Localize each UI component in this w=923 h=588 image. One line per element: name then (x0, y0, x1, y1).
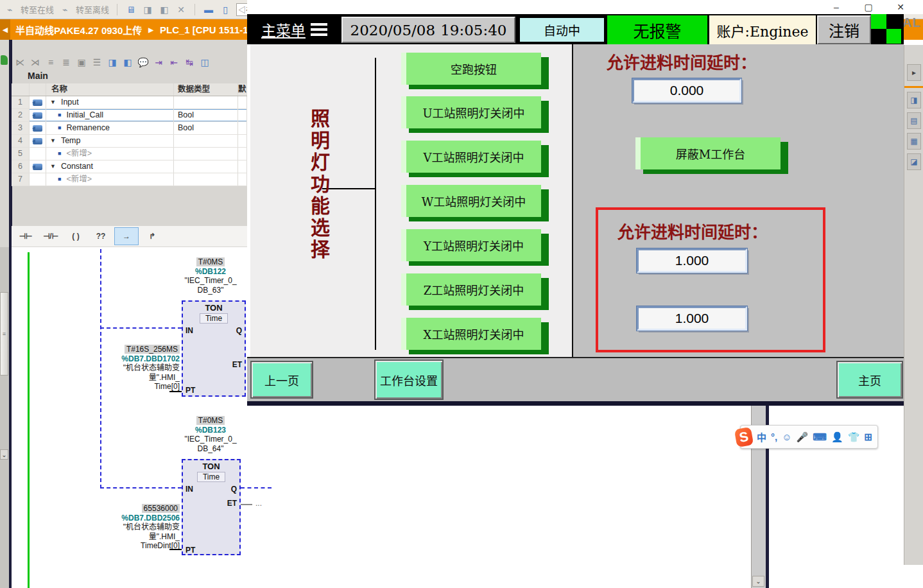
open-branches-icon[interactable]: ≡ (45, 57, 56, 67)
coil-icon[interactable]: ( ) (64, 228, 87, 245)
split-vertical-icon[interactable]: ▯ (220, 4, 231, 15)
insert-network-icon[interactable]: ⋉ (14, 57, 26, 67)
absolute-operands-icon[interactable]: ◨ (107, 57, 118, 67)
operand-symbol[interactable]: 量".HMI_ (108, 373, 180, 383)
task-card-tab[interactable]: ▦ (907, 133, 921, 150)
timer1-pt-operand[interactable]: T#16S_256MS %DB7.DBD1702 "机台状态辅助变 量".HMI… (108, 345, 180, 392)
microphone-icon[interactable]: 🎤 (797, 431, 809, 443)
no-contact-icon[interactable]: ⊣⊢ (14, 228, 37, 245)
breadcrumb-project[interactable]: 半自动线PAKE4.27 0930上传 (15, 23, 142, 37)
operand-address[interactable]: %DB7.DBD1702 (108, 354, 180, 364)
workbench-settings-button[interactable]: 工作台设置 (374, 359, 444, 400)
timer2-instance-name2[interactable]: DB_64" (172, 444, 249, 454)
account-skin-icon[interactable]: 👤 (831, 431, 843, 443)
expand-arrow-icon[interactable]: ▼ (50, 96, 56, 108)
upload-icon[interactable]: ⇤ (168, 57, 180, 67)
close-branches-icon[interactable]: ≣ (60, 57, 72, 67)
expand-arrow-icon[interactable]: ▼ (50, 160, 56, 173)
go-offline-button[interactable]: 转至离线 (76, 3, 109, 15)
block-data-type[interactable]: Time (200, 313, 228, 324)
et-more-label[interactable]: ... (255, 499, 262, 508)
delete-network-icon[interactable]: ⋊ (30, 57, 41, 67)
station-y-light-button[interactable]: Y工站照明灯关闭中 (401, 229, 550, 266)
close-branch-icon[interactable]: ↱ (141, 228, 164, 245)
block-data-type[interactable]: Time (197, 472, 225, 482)
column-header-name[interactable]: 名称 (51, 83, 67, 96)
task-card-tab[interactable]: ◪ (907, 153, 921, 170)
stop-cpu-icon[interactable]: ◧ (159, 4, 170, 15)
punctuation-icon[interactable]: °, (771, 431, 777, 442)
timer2-instance-name[interactable]: "IEC_Timer_0_ (172, 435, 249, 444)
previous-page-button[interactable]: 上一页 (250, 361, 313, 399)
minimize-button[interactable]: – (825, 0, 848, 14)
timer1-db-address[interactable]: %DB122 (172, 267, 249, 277)
splitter-grip[interactable]: ≡ (0, 292, 8, 376)
station-z-light-button[interactable]: Z工站照明灯关闭中 (401, 273, 550, 311)
mask-m-workbench-button[interactable]: 屏蔽M工作台 (635, 137, 789, 175)
close-button[interactable]: ✕ (889, 0, 912, 14)
timer2-ton-block[interactable]: TON Time IN Q ET PT (182, 459, 241, 555)
column-header-type[interactable]: 数据类型 (174, 83, 238, 96)
timer2-preset[interactable]: T#0MS (196, 416, 225, 425)
station-v-light-button[interactable]: V工站照明灯关闭中 (401, 141, 550, 178)
chinese-mode-icon[interactable]: 中 (757, 430, 766, 444)
timer2-pt-operand[interactable]: 65536000 %DB7.DBD2506 "机台状态辅助变 量".HMI_ T… (105, 504, 180, 551)
operand-value[interactable]: T#16S_256MS (125, 345, 180, 354)
feed-delay-input-2[interactable]: 1.000 (637, 306, 747, 331)
column-header-default[interactable]: 默 (238, 83, 247, 96)
account-display[interactable]: 账户:Enginee (709, 15, 816, 44)
timer1-instance-name2[interactable]: DB_63" (172, 286, 249, 295)
go-online-plug-icon[interactable]: ⌁ (4, 4, 15, 15)
sogou-logo-icon[interactable]: S (734, 426, 754, 447)
nc-contact-icon[interactable]: ⊣/⊢ (39, 228, 62, 245)
keyboard-icon[interactable]: ⌨ (813, 431, 827, 443)
operand-symbol[interactable]: Time[0] (108, 382, 180, 392)
dry-run-button[interactable]: 空跑按钮 (401, 53, 550, 90)
comments-icon[interactable]: 💬 (137, 57, 149, 67)
operand-address[interactable]: %DB7.DBD2506 (105, 514, 180, 523)
breadcrumb-back-icon[interactable]: ◀ (0, 19, 10, 40)
expand-arrow-icon[interactable]: ▼ (50, 135, 56, 147)
start-cpu-icon[interactable]: ◨ (142, 4, 153, 15)
timer2-db-address[interactable]: %DB123 (172, 426, 249, 435)
window-layout-icon[interactable]: ◫ (199, 57, 211, 67)
snapshot-icon[interactable]: ▣ (76, 57, 87, 67)
timer1-preset[interactable]: T#0MS (196, 257, 225, 266)
scroll-down-button[interactable]: ⌄ (0, 449, 8, 460)
feed-delay-input-1[interactable]: 1.000 (637, 248, 747, 273)
timer1-instance-label[interactable]: T#0MS %DB122 "IEC_Timer_0_ DB_63" (172, 257, 249, 295)
go-online-button[interactable]: 转至在线 (21, 3, 54, 15)
station-x-light-button[interactable]: X工站照明灯关闭中 (401, 318, 550, 355)
maximize-button[interactable]: ▢ (857, 0, 880, 14)
empty-box-icon[interactable]: ?? (89, 228, 112, 245)
skin-shirt-icon[interactable]: 👕 (848, 431, 860, 443)
feed-delay-input[interactable]: 0.000 (632, 78, 741, 103)
split-horizontal-icon[interactable]: ▬ (203, 4, 214, 15)
task-card-tab[interactable]: ◨ (907, 92, 921, 108)
timer1-ton-block[interactable]: TON Time IN Q ET PT (182, 300, 246, 397)
scroll-down-button[interactable]: ⌄ (752, 576, 764, 587)
accessible-devices-icon[interactable]: 🖥 (125, 4, 137, 15)
emoji-icon[interactable]: ☺ (782, 431, 791, 442)
station-u-light-button[interactable]: U工站照明灯关闭中 (401, 96, 550, 134)
expand-all-icon[interactable]: ☰ (91, 57, 103, 67)
home-button[interactable]: 主页 (836, 361, 903, 399)
toolbox-icon[interactable]: ⊞ (864, 431, 872, 443)
timer2-instance-label[interactable]: T#0MS %DB123 "IEC_Timer_0_ DB_64" (172, 416, 249, 453)
operand-symbol[interactable]: TimeDint[0] (105, 541, 180, 551)
favorites-icon[interactable] (1, 55, 8, 65)
sync-icon[interactable]: ↹ (184, 57, 195, 67)
operand-value[interactable]: 65536000 (142, 504, 180, 513)
disconnect-icon[interactable]: ✕ (175, 4, 187, 15)
operand-symbol[interactable]: "机台状态辅助变 (105, 523, 180, 532)
operand-symbol[interactable]: 量".HMI_ (105, 532, 180, 542)
operand-symbol[interactable]: "机台状态辅助变 (108, 363, 180, 373)
symbolic-operands-icon[interactable]: ◧ (122, 57, 134, 67)
timer1-instance-name[interactable]: "IEC_Timer_0_ (172, 276, 249, 286)
open-branch-icon[interactable]: → (114, 227, 139, 245)
go-offline-plug-icon[interactable]: ⌁ (59, 4, 71, 15)
download-icon[interactable]: ⇥ (153, 57, 164, 67)
logout-button[interactable]: 注销 (817, 15, 871, 44)
collapse-panel-arrow-icon[interactable]: ▸ (907, 64, 921, 81)
main-menu-button[interactable]: 主菜单 (250, 15, 338, 43)
